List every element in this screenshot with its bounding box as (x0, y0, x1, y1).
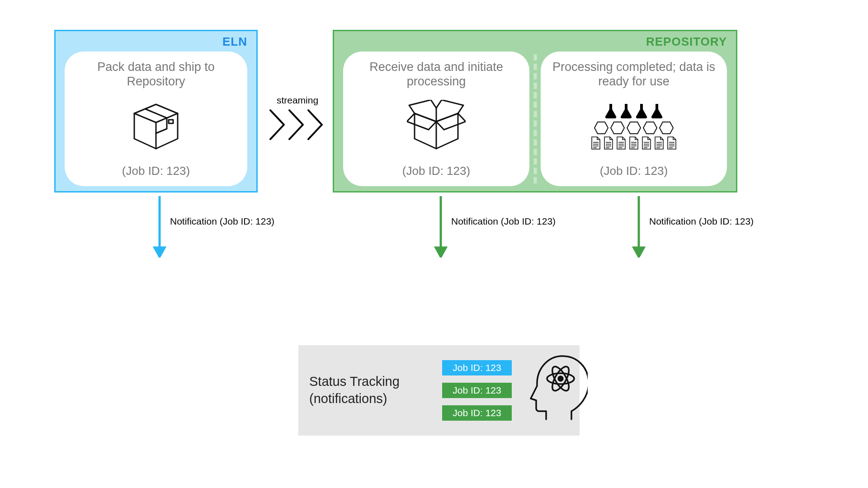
repo-receive-jobid: (Job ID: 123) (402, 164, 470, 178)
repo-receive-arrow-icon (434, 196, 448, 258)
status-line1: Status Tracking (309, 374, 400, 389)
status-tracking-title: Status Tracking (notifications) (309, 373, 439, 407)
eln-title: ELN (65, 35, 247, 49)
chevrons-icon (266, 108, 329, 141)
closed-box-icon (129, 89, 183, 164)
repo-receive-card: Receive data and initiate processing (343, 52, 529, 186)
svg-rect-0 (169, 120, 173, 123)
eln-notification-label: Notification (Job ID: 123) (170, 216, 274, 227)
repository-title: REPOSITORY (343, 35, 727, 49)
streaming-connector: streaming (266, 95, 329, 141)
eln-container: ELN Pack data and ship to Repository (Jo… (54, 30, 258, 192)
svg-marker-2 (611, 122, 624, 134)
svg-marker-7 (155, 248, 165, 257)
head-atom-icon (529, 352, 588, 420)
status-badges: Job ID: 123 Job ID: 123 Job ID: 123 (442, 360, 512, 421)
status-line2: (notifications) (309, 391, 387, 406)
svg-marker-11 (634, 248, 644, 257)
eln-arrow-icon (153, 196, 166, 258)
repo-done-title: Processing completed; data is ready for … (551, 60, 717, 89)
eln-card: Pack data and ship to Repository (Job ID… (65, 52, 247, 186)
svg-marker-4 (643, 122, 657, 134)
open-box-icon (407, 89, 466, 164)
repo-done-notification-label: Notification (Job ID: 123) (649, 216, 754, 227)
status-badge: Job ID: 123 (442, 405, 512, 421)
eln-card-jobid: (Job ID: 123) (122, 164, 190, 178)
data-ready-icons (590, 103, 677, 150)
repo-done-jobid: (Job ID: 123) (600, 164, 668, 178)
hexagon-row (594, 121, 674, 135)
svg-marker-5 (660, 122, 673, 134)
svg-marker-9 (436, 248, 446, 257)
svg-point-12 (558, 376, 563, 381)
streaming-label: streaming (266, 95, 329, 106)
document-row (590, 136, 677, 150)
repo-receive-notification-label: Notification (Job ID: 123) (451, 216, 556, 227)
repository-container: REPOSITORY Receive data and initiate pro… (333, 30, 737, 192)
status-badge: Job ID: 123 (442, 383, 512, 398)
repo-done-card: Processing completed; data is ready for … (541, 52, 727, 186)
status-badge: Job ID: 123 (442, 360, 512, 375)
repo-done-arrow-icon (632, 196, 646, 258)
divider (533, 54, 537, 183)
svg-marker-1 (594, 122, 608, 134)
repo-receive-title: Receive data and initiate processing (353, 60, 519, 89)
svg-marker-3 (627, 122, 641, 134)
eln-card-title: Pack data and ship to Repository (75, 60, 237, 89)
flask-row (604, 103, 664, 119)
